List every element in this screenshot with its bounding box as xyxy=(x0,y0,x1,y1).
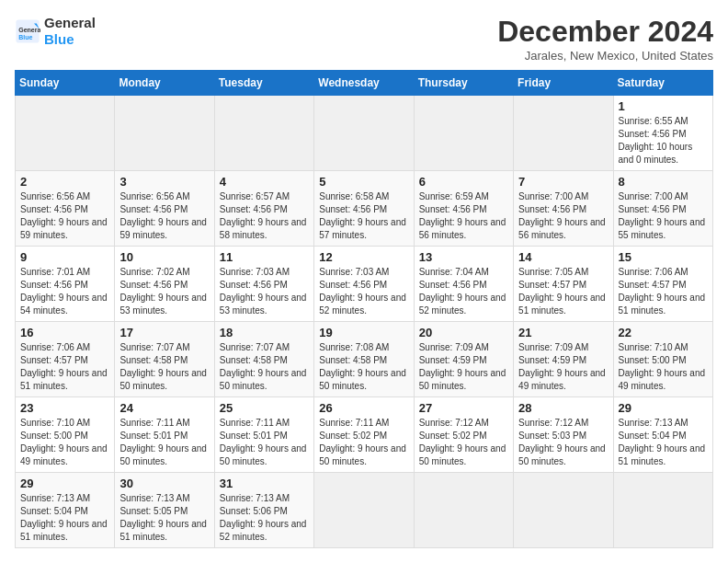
day-number: 9 xyxy=(20,250,109,264)
day-info: Sunrise: 7:11 AMSunset: 5:01 PMDaylight:… xyxy=(220,417,309,468)
calendar-cell: 30Sunrise: 7:13 AMSunset: 5:05 PMDayligh… xyxy=(115,473,214,548)
day-info: Sunrise: 7:00 AMSunset: 4:56 PMDaylight:… xyxy=(619,190,708,242)
header-sunday: Sunday xyxy=(16,71,115,96)
day-number: 29 xyxy=(20,477,109,490)
day-info: Sunrise: 7:13 AMSunset: 5:04 PMDaylight:… xyxy=(20,492,109,544)
calendar-cell xyxy=(613,473,712,548)
calendar-cell xyxy=(414,473,513,548)
day-info: Sunrise: 7:01 AMSunset: 4:56 PMDaylight:… xyxy=(20,266,109,317)
day-number: 23 xyxy=(20,401,109,415)
month-title: December 2024 xyxy=(497,15,713,49)
day-info: Sunrise: 6:56 AMSunset: 4:56 PMDaylight:… xyxy=(119,190,209,242)
week-row-1: 2Sunrise: 6:56 AMSunset: 4:56 PMDaylight… xyxy=(16,171,713,247)
header-monday: Monday xyxy=(115,71,214,96)
day-number: 10 xyxy=(119,250,209,264)
day-number: 6 xyxy=(419,175,508,189)
day-info: Sunrise: 7:10 AMSunset: 5:00 PMDaylight:… xyxy=(619,341,708,393)
day-info: Sunrise: 7:10 AMSunset: 5:00 PMDaylight:… xyxy=(20,417,109,468)
svg-text:General: General xyxy=(18,27,40,33)
calendar-cell xyxy=(514,473,613,548)
day-number: 29 xyxy=(619,401,708,415)
logo-line2: Blue xyxy=(44,31,96,48)
day-number: 27 xyxy=(419,401,508,415)
calendar-cell: 7Sunrise: 7:00 AMSunset: 4:56 PMDaylight… xyxy=(514,171,613,247)
calendar-cell: 21Sunrise: 7:09 AMSunset: 4:59 PMDayligh… xyxy=(514,322,613,397)
day-info: Sunrise: 7:03 AMSunset: 4:56 PMDaylight:… xyxy=(319,266,408,317)
calendar-cell: 12Sunrise: 7:03 AMSunset: 4:56 PMDayligh… xyxy=(314,247,414,322)
day-info: Sunrise: 7:07 AMSunset: 4:58 PMDaylight:… xyxy=(119,341,209,393)
calendar-cell xyxy=(214,96,313,171)
day-number: 15 xyxy=(619,250,708,264)
day-info: Sunrise: 7:12 AMSunset: 5:03 PMDaylight:… xyxy=(518,417,608,468)
calendar-cell: 11Sunrise: 7:03 AMSunset: 4:56 PMDayligh… xyxy=(214,247,313,322)
calendar-cell xyxy=(16,96,115,171)
calendar-cell: 4Sunrise: 6:57 AMSunset: 4:56 PMDaylight… xyxy=(214,171,313,247)
week-row-0: 1Sunrise: 6:55 AMSunset: 4:56 PMDaylight… xyxy=(16,96,713,171)
header-friday: Friday xyxy=(514,71,613,96)
svg-text:Blue: Blue xyxy=(18,34,32,40)
day-number: 28 xyxy=(518,401,608,415)
calendar-cell: 13Sunrise: 7:04 AMSunset: 4:56 PMDayligh… xyxy=(414,247,513,322)
day-info: Sunrise: 7:11 AMSunset: 5:02 PMDaylight:… xyxy=(319,417,408,468)
calendar-body: 1Sunrise: 6:55 AMSunset: 4:56 PMDaylight… xyxy=(16,96,713,548)
day-number: 5 xyxy=(319,175,408,189)
calendar-cell: 27Sunrise: 7:12 AMSunset: 5:02 PMDayligh… xyxy=(414,397,513,473)
calendar-cell: 16Sunrise: 7:06 AMSunset: 4:57 PMDayligh… xyxy=(16,322,115,397)
logo-line1: General xyxy=(44,15,96,31)
calendar-cell xyxy=(314,473,414,548)
calendar-cell: 1Sunrise: 6:55 AMSunset: 4:56 PMDaylight… xyxy=(613,96,712,171)
day-number: 26 xyxy=(319,401,408,415)
day-number: 30 xyxy=(119,477,209,490)
header-saturday: Saturday xyxy=(613,71,712,96)
day-number: 2 xyxy=(20,175,109,189)
calendar-cell: 19Sunrise: 7:08 AMSunset: 4:58 PMDayligh… xyxy=(314,322,414,397)
calendar-cell: 14Sunrise: 7:05 AMSunset: 4:57 PMDayligh… xyxy=(514,247,613,322)
day-info: Sunrise: 7:02 AMSunset: 4:56 PMDaylight:… xyxy=(119,266,209,317)
page-header: General Blue General Blue December 2024 … xyxy=(15,15,713,63)
header-row: Sunday Monday Tuesday Wednesday Thursday… xyxy=(16,71,713,96)
day-info: Sunrise: 7:09 AMSunset: 4:59 PMDaylight:… xyxy=(419,341,508,393)
calendar-cell: 29Sunrise: 7:13 AMSunset: 5:04 PMDayligh… xyxy=(613,397,712,473)
header-thursday: Thursday xyxy=(414,71,513,96)
day-info: Sunrise: 6:59 AMSunset: 4:56 PMDaylight:… xyxy=(419,190,508,242)
day-number: 22 xyxy=(619,326,708,339)
calendar-cell: 17Sunrise: 7:07 AMSunset: 4:58 PMDayligh… xyxy=(115,322,214,397)
day-number: 18 xyxy=(220,326,309,339)
week-row-3: 16Sunrise: 7:06 AMSunset: 4:57 PMDayligh… xyxy=(16,322,713,397)
calendar-cell: 6Sunrise: 6:59 AMSunset: 4:56 PMDaylight… xyxy=(414,171,513,247)
logo: General Blue General Blue xyxy=(15,15,96,48)
day-number: 25 xyxy=(220,401,309,415)
calendar-cell: 5Sunrise: 6:58 AMSunset: 4:56 PMDaylight… xyxy=(314,171,414,247)
day-info: Sunrise: 7:06 AMSunset: 4:57 PMDaylight:… xyxy=(619,266,708,317)
logo-icon: General Blue xyxy=(15,18,40,44)
calendar-cell: 26Sunrise: 7:11 AMSunset: 5:02 PMDayligh… xyxy=(314,397,414,473)
calendar-cell: 15Sunrise: 7:06 AMSunset: 4:57 PMDayligh… xyxy=(613,247,712,322)
day-info: Sunrise: 6:55 AMSunset: 4:56 PMDaylight:… xyxy=(619,115,708,167)
calendar-cell: 31Sunrise: 7:13 AMSunset: 5:06 PMDayligh… xyxy=(214,473,313,548)
day-number: 1 xyxy=(619,99,708,113)
calendar-cell: 22Sunrise: 7:10 AMSunset: 5:00 PMDayligh… xyxy=(613,322,712,397)
header-wednesday: Wednesday xyxy=(314,71,414,96)
day-number: 20 xyxy=(419,326,508,339)
calendar-table: Sunday Monday Tuesday Wednesday Thursday… xyxy=(15,70,713,548)
day-number: 13 xyxy=(419,250,508,264)
calendar-cell: 10Sunrise: 7:02 AMSunset: 4:56 PMDayligh… xyxy=(115,247,214,322)
calendar-cell xyxy=(514,96,613,171)
day-info: Sunrise: 7:13 AMSunset: 5:06 PMDaylight:… xyxy=(220,492,309,544)
day-number: 8 xyxy=(619,175,708,189)
day-number: 16 xyxy=(20,326,109,339)
day-info: Sunrise: 7:09 AMSunset: 4:59 PMDaylight:… xyxy=(518,341,608,393)
calendar-cell: 28Sunrise: 7:12 AMSunset: 5:03 PMDayligh… xyxy=(514,397,613,473)
calendar-cell: 18Sunrise: 7:07 AMSunset: 4:58 PMDayligh… xyxy=(214,322,313,397)
calendar-cell: 23Sunrise: 7:10 AMSunset: 5:00 PMDayligh… xyxy=(16,397,115,473)
day-number: 24 xyxy=(119,401,209,415)
week-row-4: 23Sunrise: 7:10 AMSunset: 5:00 PMDayligh… xyxy=(16,397,713,473)
day-number: 21 xyxy=(518,326,608,339)
calendar-cell: 2Sunrise: 6:56 AMSunset: 4:56 PMDaylight… xyxy=(16,171,115,247)
day-number: 7 xyxy=(518,175,608,189)
day-info: Sunrise: 6:57 AMSunset: 4:56 PMDaylight:… xyxy=(220,190,309,242)
calendar-cell: 3Sunrise: 6:56 AMSunset: 4:56 PMDaylight… xyxy=(115,171,214,247)
day-number: 3 xyxy=(119,175,209,189)
calendar-cell: 8Sunrise: 7:00 AMSunset: 4:56 PMDaylight… xyxy=(613,171,712,247)
day-info: Sunrise: 6:58 AMSunset: 4:56 PMDaylight:… xyxy=(319,190,408,242)
